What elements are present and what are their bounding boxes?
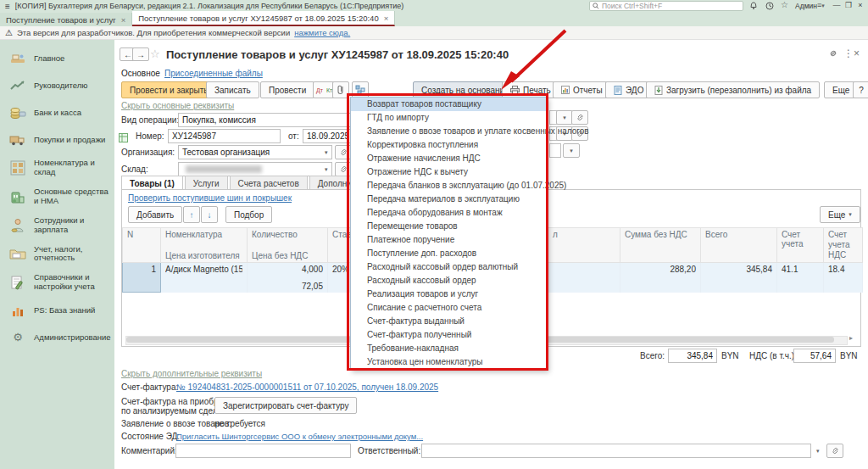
sidebar-item-bank-cash[interactable]: Банк и касса [0,99,114,126]
move-down-icon[interactable]: ↓ [201,206,218,223]
header-label[interactable]: N [127,230,156,239]
chevron-down-icon[interactable]: ▾ [325,149,328,156]
chevron-down-icon[interactable]: ▾ [563,143,580,158]
menu-item-additional-expenses[interactable]: Поступление доп. расходов [351,247,547,260]
history-icon[interactable] [765,2,774,12]
check-tires-link[interactable]: Проверить поступившие шин и покрышек [128,193,292,203]
tab-close-icon[interactable]: × [121,15,126,25]
header-label[interactable]: Количество [252,230,323,239]
hide-extra-requisites-link[interactable]: Скрыть дополнительные реквизиты [121,369,262,378]
menu-item-cash-order[interactable]: Расходный кассовый ордер [351,274,547,288]
sidebar-item-fixed-assets[interactable]: Основные средства и НМА [0,182,114,211]
menu-item-equipment-to-installation[interactable]: Передача оборудования в монтаж [351,206,547,220]
forward-button[interactable]: → [132,47,149,61]
menu-item-invoice-received[interactable]: Счет-фактура полученный [351,328,547,342]
warehouse-input[interactable] [178,162,332,176]
menu-item-receipt-correction[interactable]: Корректировка поступления [351,138,547,152]
comment-input[interactable] [175,444,351,458]
menu-item-demand-waybill[interactable]: Требование-накладная [351,342,547,355]
sidebar-item-manager[interactable]: Руководителю [0,72,114,99]
menu-item-import-application[interactable]: Заявление о ввозе товаров и уплате косве… [351,125,547,138]
chevron-down-icon[interactable]: ▾ [816,448,820,455]
close-document-icon[interactable]: × [854,47,860,59]
sidebar-item-accounting-reports[interactable]: Учет, налоги, отчетность [0,240,114,269]
warehouse-open-icon[interactable] [335,162,352,176]
help-button[interactable]: ? [853,81,868,98]
write-button[interactable]: Записать [206,81,259,98]
open-link-icon[interactable] [571,110,588,125]
load-from-file-button[interactable]: Загрузить (перезаполнить) из файла [646,81,820,98]
sidebar-item-inventory[interactable]: Номенклатура и склад [0,154,114,182]
menu-item-forms-to-operation[interactable]: Передача бланков в эксплуатацию (до 01.0… [351,179,547,193]
chevron-down-icon[interactable]: ▾ [325,166,328,173]
favorite-star-icon[interactable]: ☆ [150,47,160,60]
main-menu-icon[interactable]: ≡ [0,2,15,11]
tab-services[interactable]: Услуги [185,176,228,190]
vat-total-input[interactable] [793,349,836,363]
scroll-right-icon[interactable]: ▸ [849,334,853,342]
sidebar-item-employees[interactable]: Сотрудники и зарплата [0,211,114,240]
notifications-bell-icon[interactable] [749,2,758,12]
sidebar-item-knowledge-base[interactable]: PS: База знаний [0,297,114,324]
menu-item-set-item-prices[interactable]: Установка цен номенклатуры [351,355,547,369]
number-input[interactable] [168,129,281,143]
menu-item-return-to-supplier[interactable]: Возврат товаров поставщику [351,98,547,111]
responsible-input[interactable] [421,444,811,458]
pick-items-button[interactable]: Подбор [225,206,272,223]
tab-goods[interactable]: Товары (1) [121,176,183,190]
organization-open-icon[interactable] [335,145,352,159]
restore-button[interactable]: ❐ [843,1,854,9]
minimize-button[interactable]: — [832,1,842,9]
service-menu-icon[interactable]: ≡▾ [817,1,825,9]
sidebar-item-purchases-sales[interactable]: Покупки и продажи [0,126,114,154]
workspace-tab-document[interactable]: Поступление товаров и услуг ХУ1245987 от… [132,11,395,26]
tab-settlement-accounts[interactable]: Счета расчетов [230,176,308,190]
menu-item-invoice-issued[interactable]: Счет-фактура выданный [351,315,547,328]
menu-item-vat-accrual[interactable]: Отражение начисления НДС [351,152,547,165]
responsible-open-icon[interactable] [826,444,843,458]
sidebar-item-main[interactable]: Главное [0,45,114,72]
tab-close-icon[interactable]: × [384,14,389,23]
buy-commercial-link[interactable]: нажмите сюда. [294,28,350,37]
doc-tab-main[interactable]: Основное [121,69,160,78]
post-and-close-button[interactable]: Провести и закрыть [121,81,216,98]
menu-item-gtd-import[interactable]: ГТД по импорту [351,111,547,125]
doc-tab-attached-files[interactable]: Присоединенные файлы [164,69,263,78]
global-search-input[interactable]: Поиск Ctrl+Shift+F [589,1,743,11]
get-link-icon[interactable] [828,48,838,61]
header-label[interactable]: Счет учета [782,230,819,248]
menu-item-goods-movement[interactable]: Перемещение товаров [351,220,547,233]
total-input[interactable] [668,349,717,363]
menu-item-account-write-off[interactable]: Списание с расчетного счета [351,301,547,315]
menu-item-cash-order-currency[interactable]: Расходный кассовый ордер валютный [351,260,547,274]
post-button[interactable]: Провести [260,81,314,98]
button-label: Отчеты [573,86,603,95]
move-up-icon[interactable]: ↑ [183,206,200,223]
menu-item-vat-deduction[interactable]: Отражение НДС к вычету [351,165,547,179]
hide-main-requisites-link[interactable]: Скрыть основные реквизиты [121,101,234,110]
chevron-down-icon[interactable]: ▾ [556,110,573,125]
workspace-tab-list[interactable]: Поступление товаров и услуг × [0,13,132,26]
header-label[interactable]: Всего [705,230,772,239]
more-vertical-icon[interactable]: ⋮ [843,47,854,59]
add-row-button[interactable]: Добавить [128,206,182,223]
header-label[interactable]: Номенклатура [165,230,242,239]
header-label[interactable]: Сумма без НДС [625,230,696,239]
organization-input[interactable] [178,145,332,159]
menu-item-sales-goods-services[interactable]: Реализация товаров и услуг [351,288,547,301]
edo-invite-link[interactable]: Пригласить Шинторгсервис ООО к обмену эл… [176,432,423,441]
header-label[interactable]: Счет учета НДС [828,230,849,260]
current-user[interactable]: Админ [795,2,817,10]
menu-item-payment-order[interactable]: Платежное поручение [351,233,547,247]
menu-item-materials-to-operation[interactable]: Передача материалов в эксплуатацию [351,193,547,206]
close-window-button[interactable]: × [855,1,865,9]
sidebar-item-administration[interactable]: ⚙ Администрирование [0,324,114,351]
related-documents-icon[interactable] [352,81,369,98]
invoice-link[interactable]: № 192404831-2025-0000001511 от 07.10.202… [176,382,438,392]
sidebar-item-label: Администрирование [34,333,111,343]
paperclip-icon[interactable] [332,81,349,98]
favorites-star-icon[interactable]: ☆ [781,0,788,9]
table-more-button[interactable]: Еще▾ [820,206,860,223]
sidebar-item-directories-settings[interactable]: Справочники и настройки учета [0,268,114,297]
register-invoice-button[interactable]: Зарегистрировать счет-фактуру [214,397,357,414]
